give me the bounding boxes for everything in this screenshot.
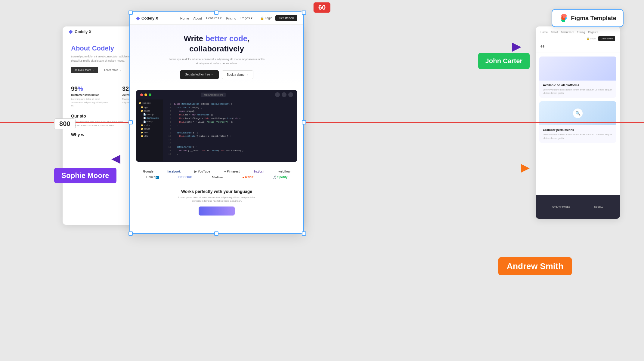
- right-panel-bottom: UTILITY PAGES SOCIAL: [536, 195, 620, 219]
- stat-desc-satisfaction: Lorem ipsum dolor sit amet consectetur a…: [71, 97, 110, 108]
- main-hero: Write better code, collaboratively Lorem…: [130, 25, 303, 85]
- left-logo-text: Codely X: [75, 29, 91, 34]
- svg-marker-1: [111, 155, 120, 164]
- john-carter-badge: John Carter: [478, 53, 530, 69]
- right-panel-social-link[interactable]: SOCIAL: [594, 206, 603, 208]
- brand-youtube: ▶ YouTube: [194, 170, 210, 173]
- editor-icon-1: [275, 92, 280, 97]
- svg-marker-2: [512, 43, 521, 52]
- brands-row-1: Google facebook ▶ YouTube ● Pinterest tw…: [136, 170, 297, 173]
- badge-800: 800: [54, 118, 76, 129]
- code-editor: https://codely.com 📁 react-app 📁 app 📁 p…: [136, 90, 297, 162]
- right-panel-nav: Home About Features ▾ Pricing Pages ▾: [540, 31, 615, 34]
- right-panel-header: Home About Features ▾ Pricing Pages ▾ 🔒 …: [536, 26, 620, 53]
- right-panel-section-title: es: [540, 44, 615, 48]
- selection-handle-bottom-mid: [214, 231, 218, 236]
- brand-pinterest: ● Pinterest: [224, 170, 240, 173]
- figma-logo-icon: [559, 14, 567, 22]
- right-panel-card-2-icon: 🔍: [573, 109, 583, 118]
- brands-section: Google facebook ▶ YouTube ● Pinterest tw…: [130, 167, 303, 184]
- main-logo-text: Codely X: [141, 16, 158, 20]
- learn-more-button[interactable]: Learn more →: [101, 67, 125, 73]
- stat-label-satisfaction: Customer satisfaction: [71, 93, 110, 96]
- works-cta-button[interactable]: [199, 207, 235, 216]
- arrow-right-purple-icon: [512, 43, 521, 53]
- about-text: Lorem ipsum dolor sit amet consectetur a…: [71, 55, 137, 63]
- story-text: Turpis adipiscing nam amet dolor sit ame…: [71, 120, 131, 127]
- selection-handle-top-mid: [214, 11, 218, 15]
- brand-webflow: webflow: [278, 170, 290, 173]
- logo-icon: ◈: [136, 15, 140, 21]
- right-panel-card-1-image: [539, 57, 616, 81]
- badge-60: 60: [314, 2, 330, 13]
- red-horizontal-line: [0, 122, 644, 123]
- main-logo: ◈ Codely X: [136, 15, 158, 21]
- selection-handle-top-left: [128, 11, 133, 15]
- arrow-left-purple-icon: [111, 155, 120, 165]
- selection-handle-mid-right: [302, 120, 306, 124]
- stat-satisfaction: 99% Customer satisfaction Lorem ipsum do…: [71, 85, 110, 108]
- svg-marker-0: [69, 30, 73, 34]
- figma-template-badge: Figma Template: [552, 9, 624, 27]
- editor-bar: https://codely.com: [136, 90, 297, 99]
- right-panel: Home About Features ▾ Pricing Pages ▾ 🔒 …: [536, 26, 620, 219]
- join-team-button[interactable]: Join our team →: [71, 67, 98, 73]
- brand-google: Google: [143, 170, 153, 173]
- brands-row-2: Linkedin DISCORD Medium ● reddit 🎵 Spoti…: [136, 176, 297, 179]
- editor-code: 1class MarkdownEditor extends React.Comp…: [163, 99, 297, 161]
- selection-handle-bottom-left: [128, 231, 133, 236]
- andrew-smith-badge: Andrew Smith: [498, 257, 572, 275]
- right-panel-card-1: Available on all platforms Lorem volutum…: [539, 57, 616, 98]
- right-panel-card-1-content: Available on all platforms Lorem volutum…: [539, 81, 616, 98]
- right-panel-utility-link[interactable]: UTILITY PAGES: [553, 206, 571, 208]
- brand-medium: Medium: [212, 176, 223, 179]
- selection-handle-top-right: [302, 11, 306, 15]
- get-started-button[interactable]: Get started: [275, 15, 297, 21]
- dot-red: [140, 93, 143, 96]
- dot-green: [149, 93, 151, 96]
- right-panel-card-1-title: Available on all platforms: [543, 84, 613, 87]
- hero-title: Write better code, collaboratively: [142, 34, 291, 54]
- arrow-orange-icon: [521, 164, 530, 174]
- brand-spotify: 🎵 Spotify: [273, 176, 288, 179]
- brand-facebook: facebook: [167, 170, 181, 173]
- figma-template-text: Figma Template: [571, 15, 616, 22]
- editor-sidebar: 📁 react-app 📁 app 📁 pages 📄 index.js 📄 d…: [136, 99, 163, 161]
- main-website-card[interactable]: ◈ Codely X Home About Features ▾ Pricing…: [129, 11, 304, 234]
- login-link[interactable]: 🔒 Login: [260, 17, 272, 20]
- editor-traffic-lights: [140, 93, 151, 96]
- right-panel-card-1-text: Lorem volutum mollis lorem lorem amet vo…: [543, 88, 613, 95]
- sophie-moore-badge: Sophie Moore: [54, 168, 116, 183]
- editor-icon-2: [282, 92, 286, 97]
- selection-handle-mid-left: [128, 120, 133, 124]
- brand-discord: DISCORD: [178, 176, 192, 179]
- works-section: Works perfectly with your language Lorem…: [130, 184, 303, 219]
- editor-icon-3: [288, 92, 293, 97]
- left-card-logo: Codely X: [69, 29, 91, 34]
- selection-handle-bottom-right: [302, 231, 306, 236]
- right-panel-get-started[interactable]: Get started: [598, 36, 615, 41]
- right-panel-card-2-content: Granular permissions Lorem volutum molli…: [539, 125, 616, 142]
- brand-linkedin: Linkedin: [146, 176, 159, 179]
- brand-reddit: ● reddit: [242, 176, 253, 179]
- editor-icons: [275, 92, 293, 97]
- right-panel-login: 🔒 Login: [587, 37, 596, 40]
- works-text: Lorem ipsum dolor sit amet consectetur a…: [175, 196, 259, 203]
- dot-yellow: [144, 93, 147, 96]
- main-nav-links: Home About Features ▾ Pricing Pages ▾: [180, 16, 252, 20]
- cta-button[interactable]: Get started for free →: [180, 70, 219, 79]
- hero-subtitle: Lorem ipsum dolor sit amet consectetur a…: [169, 57, 265, 66]
- hero-buttons: Get started for free → Book a demo →: [142, 70, 291, 79]
- stat-value-satisfaction: 99%: [71, 85, 110, 92]
- editor-url: https://codely.com: [201, 93, 226, 97]
- brand-twitch: twitch: [254, 170, 265, 173]
- right-panel-card-2-text: Lorem volutum mollis lorem lorem amet vo…: [543, 133, 613, 139]
- works-title: Works perfectly with your language: [136, 189, 297, 194]
- svg-marker-3: [521, 164, 530, 173]
- demo-button[interactable]: Book a demo →: [222, 70, 254, 79]
- editor-body: 📁 react-app 📁 app 📁 pages 📄 index.js 📄 d…: [136, 99, 297, 161]
- right-panel-card-2-title: Granular permissions: [543, 128, 613, 132]
